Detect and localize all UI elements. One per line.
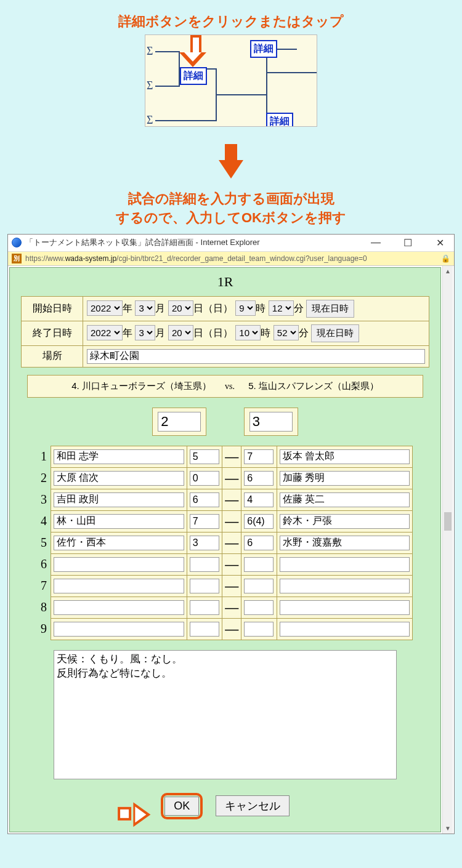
start-year-select[interactable]: 2022 [87, 300, 123, 316]
score-right-cell-input[interactable] [244, 449, 274, 464]
vs-label: vs. [214, 382, 246, 391]
player-right-input[interactable] [280, 536, 410, 550]
score-right-input[interactable] [249, 412, 293, 432]
row-number: 4 [38, 510, 51, 532]
instruction-mid: 試合の詳細を入力する画面が出現 するので、入力してOKボタンを押す [0, 190, 462, 228]
player-right-input[interactable] [280, 557, 410, 572]
score-left-cell-input[interactable] [190, 579, 219, 593]
scroll-down-icon[interactable]: ▼ [443, 823, 453, 834]
player-left-input[interactable] [54, 557, 184, 572]
score-right-cell-input[interactable] [244, 557, 274, 572]
player-right-input[interactable] [280, 514, 410, 529]
window-title: 「トーナメント結果ネット収集」試合詳細画面 - Internet Explore… [25, 237, 260, 248]
location-input[interactable] [87, 349, 425, 364]
lock-icon: 🔒 [441, 254, 450, 263]
scrollbar[interactable]: ▲ ▼ [442, 266, 453, 834]
dash-label: — [222, 532, 241, 553]
end-day-select[interactable]: 20 [168, 325, 193, 340]
detail-button-3[interactable]: 詳細 [266, 113, 293, 127]
table-row: 5— [38, 532, 413, 553]
end-hour-select[interactable]: 10 [235, 325, 261, 340]
ie-icon [12, 238, 22, 247]
start-day-select[interactable]: 20 [168, 300, 193, 316]
score-right-cell-input[interactable] [244, 579, 274, 593]
player-left-input[interactable] [54, 514, 184, 529]
end-month-select[interactable]: 3 [135, 325, 155, 340]
player-right-input[interactable] [280, 622, 410, 637]
ie-window: 「トーナメント結果ネット収集」試合詳細画面 - Internet Explore… [7, 234, 455, 834]
row-number: 1 [38, 446, 51, 467]
table-row: 1— [38, 446, 413, 467]
score-right-cell-input[interactable] [244, 492, 274, 507]
dash-label: — [222, 489, 241, 510]
site-badge-icon: 別 [12, 254, 22, 263]
player-left-input[interactable] [54, 449, 184, 464]
row-number: 3 [38, 489, 51, 510]
score-right-cell-input[interactable] [244, 514, 274, 529]
detail-button-2[interactable]: 詳細 [250, 40, 277, 58]
player-left-input[interactable] [54, 622, 184, 637]
matchup-bar: 4. 川口キューボラーズ（埼玉県） vs. 5. 塩山スパフレンズ（山梨県） [27, 375, 423, 398]
score-left-cell-input[interactable] [190, 471, 219, 486]
table-row: 9— [38, 618, 413, 640]
bracket-diagram: Σ Σ Σ 詳細 詳細 詳細 [145, 34, 317, 127]
dash-label: — [222, 553, 241, 575]
dash-label: — [222, 446, 241, 467]
table-row: 7— [38, 575, 413, 597]
score-right-cell-input[interactable] [244, 600, 274, 615]
score-left-cell-input[interactable] [190, 536, 219, 550]
score-left-cell-input[interactable] [190, 600, 219, 615]
player-left-input[interactable] [54, 471, 184, 486]
instruction-top: 詳細ボタンをクリックまたはタップ [0, 12, 462, 31]
row-number: 5 [38, 532, 51, 553]
end-minute-select[interactable]: 52 [274, 325, 299, 340]
player-left-input[interactable] [54, 579, 184, 593]
player-right-input[interactable] [280, 449, 410, 464]
row-number: 6 [38, 553, 51, 575]
start-minute-select[interactable]: 12 [269, 300, 294, 316]
score-left-cell-input[interactable] [190, 449, 219, 464]
cancel-button[interactable]: キャンセル [216, 795, 290, 816]
start-label: 開始日時 [22, 296, 83, 321]
arrow-down-icon [219, 160, 243, 179]
score-right-cell-input[interactable] [244, 471, 274, 486]
player-left-input[interactable] [54, 492, 184, 507]
row-number: 7 [38, 575, 51, 597]
table-row: 4— [38, 510, 413, 532]
score-left-input[interactable] [158, 412, 201, 432]
detail-table: 1—2—3—4—5—6—7—8—9— [38, 446, 413, 640]
player-left-input[interactable] [54, 600, 184, 615]
score-left-cell-input[interactable] [190, 492, 219, 507]
player-right-input[interactable] [280, 471, 410, 486]
window-close-button[interactable]: ✕ [429, 237, 450, 249]
score-right-cell-input[interactable] [244, 622, 274, 637]
window-titlebar: 「トーナメント結果ネット収集」試合詳細画面 - Internet Explore… [8, 235, 454, 252]
start-hour-select[interactable]: 9 [235, 300, 256, 316]
player-right-input[interactable] [280, 579, 410, 593]
scroll-thumb[interactable] [444, 512, 452, 531]
dash-label: — [222, 597, 241, 618]
score-left-cell-input[interactable] [190, 622, 219, 637]
detail-button-1[interactable]: 詳細 [180, 67, 207, 85]
dash-label: — [222, 618, 241, 640]
player-right-input[interactable] [280, 600, 410, 615]
dash-label: — [222, 575, 241, 597]
start-now-button[interactable]: 現在日時 [306, 300, 354, 318]
end-year-select[interactable]: 2022 [87, 325, 123, 340]
address-bar[interactable]: 別 https://www.wada-system.jp/cgi-bin/tbr… [8, 252, 454, 266]
scroll-up-icon[interactable]: ▲ [443, 266, 453, 276]
location-label: 場所 [22, 345, 83, 367]
ok-button[interactable]: OK [164, 797, 199, 816]
score-left-cell-input[interactable] [190, 514, 219, 529]
window-maximize-button[interactable]: ☐ [397, 237, 418, 249]
score-left-cell-input[interactable] [190, 557, 219, 572]
notes-textarea[interactable] [54, 650, 397, 779]
player-left-input[interactable] [54, 536, 184, 550]
start-month-select[interactable]: 3 [135, 300, 155, 316]
end-now-button[interactable]: 現在日時 [311, 324, 359, 342]
row-number: 9 [38, 618, 51, 640]
row-number: 2 [38, 467, 51, 489]
window-minimize-button[interactable]: — [365, 237, 386, 249]
player-right-input[interactable] [280, 492, 410, 507]
score-right-cell-input[interactable] [244, 536, 274, 550]
